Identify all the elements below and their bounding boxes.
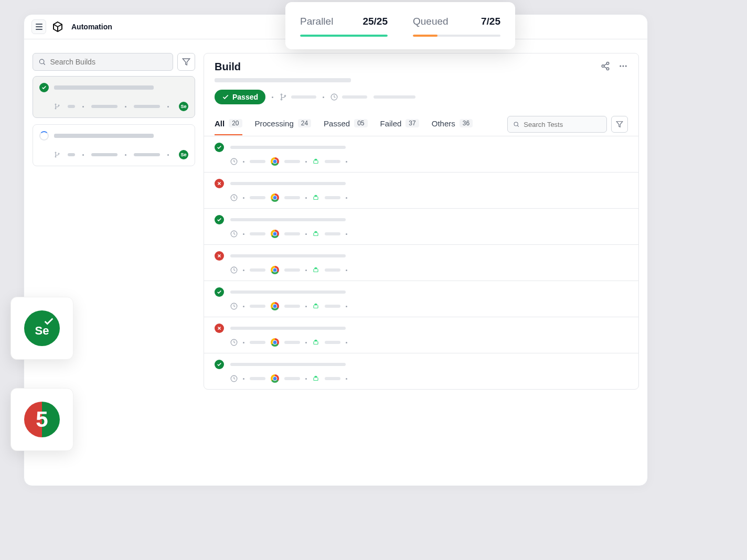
queued-label: Queued bbox=[413, 16, 449, 27]
build-meta: Passed bbox=[215, 90, 628, 104]
branch-icon bbox=[280, 93, 287, 101]
test-row[interactable] bbox=[204, 245, 638, 281]
search-icon bbox=[513, 121, 519, 128]
build-panel: Build bbox=[204, 53, 639, 390]
search-builds-input-wrap[interactable] bbox=[33, 53, 173, 71]
svg-line-22 bbox=[517, 125, 518, 126]
svg-line-12 bbox=[604, 63, 606, 65]
svg-line-1 bbox=[44, 63, 45, 65]
parallel-label: Parallel bbox=[300, 16, 333, 27]
tab-label: Processing bbox=[255, 119, 294, 128]
tab-processing[interactable]: Processing24 bbox=[255, 114, 312, 135]
share-icon bbox=[601, 61, 610, 71]
test-list bbox=[204, 136, 638, 389]
test-row[interactable] bbox=[204, 209, 638, 245]
app-window: Automation SeSe Build bbox=[24, 14, 648, 486]
svg-point-16 bbox=[625, 65, 627, 67]
svg-point-17 bbox=[281, 94, 282, 95]
clock-icon bbox=[330, 93, 338, 101]
test-row[interactable] bbox=[204, 173, 638, 209]
android-icon bbox=[312, 375, 319, 382]
svg-point-19 bbox=[284, 95, 285, 96]
more-button[interactable] bbox=[618, 61, 628, 73]
svg-point-15 bbox=[623, 65, 624, 67]
android-icon bbox=[312, 339, 319, 346]
tab-count: 24 bbox=[298, 119, 311, 127]
tab-label: Others bbox=[432, 119, 455, 128]
filter-builds-button[interactable] bbox=[177, 53, 195, 71]
svg-point-0 bbox=[39, 59, 44, 63]
status-fail-icon bbox=[215, 324, 224, 333]
clock-icon bbox=[230, 375, 238, 382]
selenium-badge-icon: Se bbox=[179, 102, 188, 111]
chrome-icon bbox=[271, 374, 279, 383]
app-title: Automation bbox=[71, 23, 112, 31]
chrome-icon bbox=[271, 193, 279, 202]
test-row[interactable] bbox=[204, 317, 638, 353]
status-pill: Passed bbox=[215, 90, 265, 104]
clock-icon bbox=[230, 158, 238, 165]
tab-all[interactable]: All20 bbox=[215, 114, 242, 135]
search-builds-input[interactable] bbox=[50, 58, 167, 66]
svg-point-10 bbox=[602, 64, 604, 67]
status-loading-icon bbox=[39, 131, 49, 141]
svg-point-4 bbox=[55, 108, 56, 109]
android-icon bbox=[312, 194, 319, 201]
svg-point-14 bbox=[620, 65, 621, 67]
tab-failed[interactable]: Failed37 bbox=[380, 114, 419, 135]
tab-count: 37 bbox=[405, 119, 419, 127]
selenium-card: Se bbox=[10, 297, 73, 360]
main: Build bbox=[204, 53, 639, 390]
share-button[interactable] bbox=[601, 61, 610, 73]
menu-button[interactable] bbox=[31, 19, 46, 34]
clock-icon bbox=[230, 230, 238, 238]
search-tests-input[interactable] bbox=[524, 121, 601, 128]
svg-marker-2 bbox=[183, 59, 189, 65]
build-name-placeholder bbox=[215, 78, 351, 82]
android-icon bbox=[312, 266, 319, 274]
tab-passed[interactable]: Passed05 bbox=[324, 114, 367, 135]
chrome-icon bbox=[271, 302, 279, 310]
tab-others[interactable]: Others36 bbox=[432, 114, 473, 135]
svg-point-18 bbox=[281, 99, 282, 100]
filter-icon bbox=[182, 58, 190, 66]
test-row[interactable] bbox=[204, 281, 638, 317]
search-tests-input-wrap[interactable] bbox=[507, 116, 607, 133]
search-icon bbox=[38, 58, 46, 66]
queued-queue-item: Queued 7/25 bbox=[413, 16, 500, 37]
app-logo-icon bbox=[51, 20, 64, 33]
status-pass-icon bbox=[215, 215, 224, 224]
svg-point-21 bbox=[514, 122, 518, 126]
build-card[interactable]: Se bbox=[33, 124, 195, 166]
more-icon bbox=[618, 61, 628, 71]
chrome-icon bbox=[271, 157, 279, 166]
tab-count: 05 bbox=[354, 119, 367, 127]
svg-point-8 bbox=[58, 153, 59, 154]
parallel-queue-item: Parallel 25/25 bbox=[300, 16, 388, 37]
svg-point-6 bbox=[55, 152, 56, 153]
filter-icon bbox=[616, 121, 623, 128]
junit-card: 5 bbox=[10, 388, 73, 451]
tab-label: Failed bbox=[380, 119, 402, 128]
build-title: Build bbox=[215, 61, 241, 73]
android-icon bbox=[312, 158, 319, 165]
clock-icon bbox=[230, 339, 238, 346]
queue-popup: Parallel 25/25 Queued 7/25 bbox=[285, 2, 515, 49]
branch-icon bbox=[54, 152, 60, 158]
clock-icon bbox=[230, 194, 238, 201]
content: SeSe Build bbox=[24, 39, 647, 398]
status-pass-icon bbox=[215, 143, 224, 152]
svg-point-7 bbox=[55, 156, 56, 157]
status-fail-icon bbox=[215, 251, 224, 261]
build-card[interactable]: Se bbox=[33, 76, 195, 118]
tab-label: All bbox=[215, 119, 225, 128]
search-builds-row bbox=[33, 53, 195, 71]
svg-line-13 bbox=[604, 67, 606, 68]
test-row[interactable] bbox=[204, 353, 638, 389]
test-row[interactable] bbox=[204, 136, 638, 173]
build-header: Build bbox=[204, 53, 638, 104]
tab-count: 20 bbox=[229, 119, 242, 127]
chrome-icon bbox=[271, 266, 279, 274]
filter-tests-button[interactable] bbox=[611, 116, 628, 133]
chrome-icon bbox=[271, 230, 279, 238]
